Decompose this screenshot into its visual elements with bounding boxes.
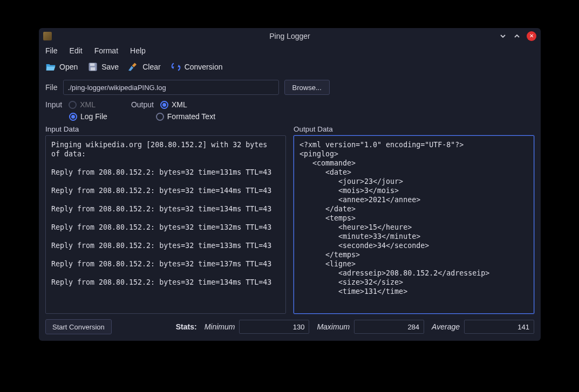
save-button[interactable]: Save	[87, 61, 119, 72]
menu-help[interactable]: Help	[130, 46, 146, 55]
output-panel: Output Data	[294, 125, 534, 314]
app-icon	[43, 32, 52, 40]
input-logfile-radio[interactable]: Log File	[69, 112, 107, 121]
convert-arrows-icon	[171, 61, 181, 72]
open-button[interactable]: Open	[45, 61, 78, 72]
save-disk-icon	[87, 61, 98, 72]
file-path-input[interactable]	[63, 80, 279, 95]
save-label: Save	[101, 63, 119, 71]
menu-edit[interactable]: Edit	[70, 46, 83, 55]
output-textarea[interactable]	[294, 136, 534, 313]
start-conversion-button[interactable]: Start Conversion	[45, 319, 112, 334]
input-panel-title: Input Data	[45, 125, 286, 133]
format-row-2: Log File Formated Text	[39, 111, 541, 125]
format-row-1: Input XML Output XML	[39, 100, 541, 111]
minimum-label: Minimum	[205, 322, 235, 331]
toolbar: Open Save Clear Conversion	[39, 58, 541, 78]
input-panel: Input Data	[45, 125, 286, 314]
broom-icon	[128, 61, 139, 72]
stats-label: Stats:	[176, 322, 197, 331]
open-label: Open	[59, 63, 78, 71]
conversion-button[interactable]: Conversion	[171, 61, 223, 72]
conversion-label: Conversion	[185, 63, 223, 71]
input-xml-radio[interactable]: XML	[69, 100, 96, 109]
input-textarea[interactable]	[46, 136, 285, 313]
maximum-label: Maximum	[317, 322, 350, 331]
app-window: Ping Logger ✕ File Edit Format Help Open…	[39, 28, 541, 341]
data-panels: Input Data Output Data	[39, 125, 541, 314]
folder-open-icon	[45, 61, 56, 72]
menu-file[interactable]: File	[45, 46, 58, 55]
clear-button[interactable]: Clear	[128, 61, 160, 72]
file-label: File	[45, 83, 58, 92]
minimum-value[interactable]	[239, 320, 309, 334]
maximum-value[interactable]	[354, 320, 424, 334]
svg-rect-2	[91, 67, 95, 71]
svg-rect-1	[90, 63, 94, 66]
average-value[interactable]	[464, 320, 534, 334]
menubar: File Edit Format Help	[39, 44, 541, 58]
browse-button[interactable]: Browse...	[284, 80, 330, 95]
output-format-label: Output	[131, 100, 154, 109]
output-panel-title: Output Data	[294, 125, 534, 133]
minimize-button[interactable]	[499, 32, 507, 40]
menu-format[interactable]: Format	[94, 46, 118, 55]
titlebar: Ping Logger ✕	[39, 28, 541, 44]
window-title: Ping Logger	[39, 32, 541, 40]
average-label: Average	[432, 322, 460, 331]
maximize-button[interactable]	[513, 32, 521, 40]
input-format-label: Input	[45, 100, 62, 109]
output-formated-text-radio[interactable]: Formated Text	[156, 112, 215, 121]
output-xml-radio[interactable]: XML	[160, 100, 187, 109]
file-row: File Browse...	[39, 78, 541, 100]
clear-label: Clear	[142, 63, 160, 71]
close-button[interactable]: ✕	[527, 31, 536, 41]
bottom-row: Start Conversion Stats: Minimum Maximum …	[39, 314, 541, 341]
